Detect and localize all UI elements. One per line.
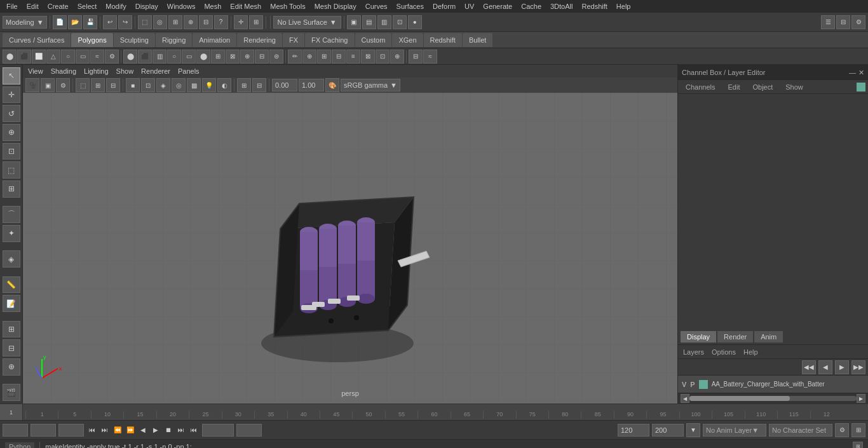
wire-btn[interactable]: ⊡: [141, 78, 155, 92]
next-key-btn[interactable]: ⏹: [163, 424, 174, 436]
prev-frame-btn[interactable]: ⏪: [112, 424, 123, 436]
tab-fx-caching[interactable]: FX Caching: [305, 33, 354, 47]
menu-mesh-display[interactable]: Mesh Display: [311, 0, 360, 13]
close-icon[interactable]: ✕: [858, 69, 864, 77]
timeline-numbers[interactable]: 1 5 10 15 20 25 30 35 40 45 50 55 60 65 …: [23, 404, 845, 420]
layer-prev-btn[interactable]: ◀◀: [802, 360, 816, 374]
current-frame-input[interactable]: 1: [34, 426, 53, 434]
render3-button[interactable]: ▥: [377, 15, 391, 29]
viewport-menu-view[interactable]: View: [25, 67, 46, 75]
select-tool[interactable]: ↖: [3, 67, 20, 85]
render-button[interactable]: ▣: [347, 15, 361, 29]
pen-tool[interactable]: ✏: [288, 50, 302, 64]
play-back-btn[interactable]: ⏩: [125, 424, 136, 436]
lasso-tool-button[interactable]: ◎: [153, 15, 167, 29]
viewport-menu-show[interactable]: Show: [114, 67, 137, 75]
poly-cube-tool[interactable]: ⬛: [138, 50, 152, 64]
menu-edit-mesh[interactable]: Edit Mesh: [226, 0, 265, 13]
current-frame-field[interactable]: 1: [31, 424, 56, 437]
layer-back-btn[interactable]: ◀: [818, 360, 832, 374]
pref-btn[interactable]: ⚙: [835, 423, 849, 437]
anim-tab[interactable]: Anim: [754, 331, 783, 343]
tab-rigging[interactable]: Rigging: [156, 33, 192, 47]
snap-curve[interactable]: ⊟: [3, 339, 20, 356]
menu-3dtall[interactable]: 3DtoAll: [546, 0, 576, 13]
lasso-select[interactable]: ⌒: [3, 206, 20, 223]
menu-redshift[interactable]: Redshift: [578, 0, 611, 13]
collapse-tool[interactable]: ⊡: [376, 50, 390, 64]
scrollbar-track[interactable]: [689, 396, 857, 401]
save-file-button[interactable]: 💾: [83, 15, 97, 29]
bevel-tool[interactable]: ⊟: [332, 50, 346, 64]
insert-edge-loop-tool[interactable]: ⊞: [317, 50, 331, 64]
subd-sphere-tool[interactable]: ⬤: [196, 50, 210, 64]
next-frame-btn[interactable]: ⏭: [175, 424, 187, 436]
menu-select[interactable]: Select: [74, 0, 101, 13]
loop-cut-tool[interactable]: ⊕: [302, 50, 316, 64]
tab-sculpting[interactable]: Sculpting: [114, 33, 155, 47]
menu-generate[interactable]: Generate: [479, 0, 516, 13]
menu-curves[interactable]: Curves: [362, 0, 391, 13]
viewport-menu-renderer[interactable]: Renderer: [139, 67, 173, 75]
film-btn[interactable]: ▣: [41, 78, 55, 92]
channel-box-button[interactable]: ☰: [821, 15, 835, 29]
menu-deform[interactable]: Deform: [429, 0, 459, 13]
weld-tool[interactable]: ⊕: [390, 50, 404, 64]
mode-dropdown[interactable]: Modeling ▼: [3, 16, 47, 29]
slide-tool[interactable]: ⊠: [361, 50, 375, 64]
snap-grid[interactable]: ⊞: [3, 321, 20, 338]
prev-key-btn[interactable]: ◀: [137, 424, 149, 436]
measure-tool[interactable]: 📏: [3, 276, 20, 294]
helix-tool[interactable]: ≈: [90, 50, 104, 64]
object-tab[interactable]: Object: [747, 82, 778, 92]
scroll-left-btn[interactable]: ◀: [681, 394, 689, 403]
poly-plane-tool[interactable]: ▭: [182, 50, 196, 64]
paint-select[interactable]: ✦: [3, 225, 20, 242]
tab-animation[interactable]: Animation: [193, 33, 236, 47]
render5-button[interactable]: ●: [408, 15, 422, 29]
select-type-btn[interactable]: ⊞: [91, 78, 105, 92]
anim-end-field[interactable]: 120: [618, 424, 649, 437]
cube-tool[interactable]: ⬛: [17, 50, 31, 64]
show-manipulator-tool[interactable]: ⊞: [3, 180, 20, 198]
anim-end2-field[interactable]: 200: [652, 424, 684, 437]
component-btn[interactable]: ⊟: [106, 78, 120, 92]
cam-attr-btn[interactable]: ⚙: [56, 78, 70, 92]
scrollbar-thumb[interactable]: [689, 396, 790, 401]
menu-cache[interactable]: Cache: [517, 0, 545, 13]
render2-button[interactable]: ▤: [362, 15, 376, 29]
go-to-end-btn[interactable]: ⏮: [188, 424, 200, 436]
layer-fwd-btn[interactable]: ▶: [835, 360, 849, 374]
frame-input-field[interactable]: [236, 424, 262, 437]
menu-uv[interactable]: UV: [461, 0, 478, 13]
tab-bullet[interactable]: Bullet: [463, 33, 493, 47]
range-dropdown-btn[interactable]: ▼: [686, 423, 700, 437]
key-btn[interactable]: ⊞: [851, 423, 865, 437]
cone-tool[interactable]: △: [46, 50, 60, 64]
poly-sphere-tool[interactable]: ⬤: [123, 50, 137, 64]
isolate-btn[interactable]: ◎: [172, 78, 186, 92]
attr-editor-button[interactable]: ⊟: [836, 15, 850, 29]
gamma-field2[interactable]: 1.00: [299, 79, 324, 92]
menu-help[interactable]: Help: [613, 0, 635, 13]
frame-field-input[interactable]: [240, 426, 259, 434]
tab-polygons[interactable]: Polygons: [71, 33, 112, 47]
python-run-btn[interactable]: ⊞: [853, 442, 863, 449]
render-tab[interactable]: Render: [717, 331, 753, 343]
options-tab[interactable]: Options: [709, 347, 738, 357]
cylinder-tool[interactable]: ⬜: [32, 50, 46, 64]
menu-file[interactable]: File: [3, 0, 22, 13]
channels-tab[interactable]: Channels: [681, 82, 720, 92]
open-file-button[interactable]: 📂: [68, 15, 82, 29]
go-to-start-btn[interactable]: ⏮: [86, 424, 98, 436]
layer-scrollbar[interactable]: ◀ ▶: [678, 393, 868, 404]
layer-next-btn[interactable]: ▶▶: [851, 360, 865, 374]
menu-edit[interactable]: Edit: [23, 0, 43, 13]
layer-name[interactable]: AA_Battery_Charger_Black_with_Batter: [712, 381, 864, 388]
universal-manip-tool[interactable]: ⊡: [3, 143, 20, 160]
end-frame-field[interactable]: 120: [202, 424, 234, 437]
grid-btn[interactable]: ⊞: [237, 78, 251, 92]
menu-display[interactable]: Display: [132, 0, 162, 13]
end-frame-input[interactable]: 120: [205, 426, 231, 434]
light-btn[interactable]: 💡: [202, 78, 216, 92]
